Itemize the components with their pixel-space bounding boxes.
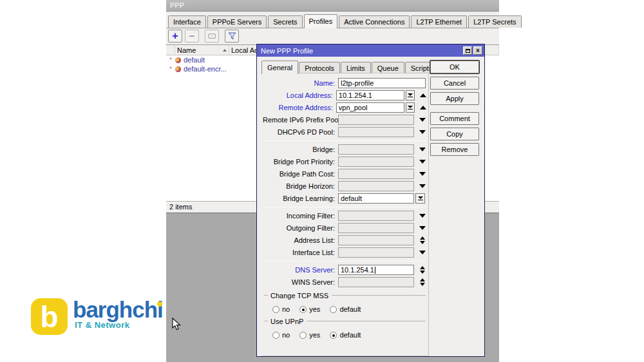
column-flags[interactable] [166,45,175,55]
add-entry-down-icon[interactable] [420,283,425,286]
add-entry-down-icon[interactable] [420,271,425,274]
expand-arrow-icon[interactable] [419,251,426,254]
incoming-filter-input[interactable] [338,211,414,221]
expand-arrow-icon[interactable] [419,172,426,176]
remove-button[interactable]: Remove [430,143,479,156]
interface-list-label: Interface List: [263,249,335,256]
local-address-input[interactable] [336,90,404,100]
outgoing-filter-field: Outgoing Filter: [263,223,428,233]
radio-label: default [339,305,361,313]
ok-button[interactable]: OK [430,61,479,73]
text-caret [375,267,375,274]
dhcpv6-pd-pool-label: DHCPv6 PD Pool: [263,128,335,136]
remove-button[interactable]: − [185,30,199,43]
outgoing-filter-input[interactable] [338,223,414,233]
radio-icon [272,332,279,339]
dhcpv6-pd-pool-input[interactable] [338,127,414,137]
remote-ipv6-prefix-pool-label: Remote IPv6 Prefix Pool: [263,116,335,124]
bridge-learning-input[interactable] [338,193,414,204]
bridge-learning-dropdown-button[interactable] [415,193,425,204]
wins-server-field: WINS Server: [263,277,428,287]
comment-button[interactable]: Comment [430,112,479,125]
general-tab-page: Name: Local Address: Remote Address: Re [261,73,429,356]
expand-arrow-icon[interactable] [419,148,426,151]
collapse-arrow-icon[interactable] [420,106,426,110]
comment-button[interactable] [205,30,219,43]
bridge-label: Bridge: [263,146,335,153]
dialog-titlebar[interactable]: New PPP Profile × [257,44,484,57]
bridge-horizon-input[interactable] [338,181,414,191]
bridge-port-priority-label: Bridge Port Priority: [263,158,335,166]
default-flag: * [166,66,175,73]
bridge-path-cost-input[interactable] [338,169,414,179]
remote-ipv6-prefix-pool-input[interactable] [338,115,414,125]
close-button[interactable]: × [473,46,482,55]
i-dot-accent [157,301,162,307]
add-entry-up-icon[interactable] [420,266,425,269]
plus-icon: + [172,32,178,41]
tab-general[interactable]: General [261,61,298,74]
expand-arrow-icon[interactable] [419,226,426,230]
tab-profiles[interactable]: Profiles [304,14,338,28]
radio-tcp-mss-yes[interactable]: yes [299,305,320,313]
bridge-horizon-field: Bridge Horizon: [263,181,428,191]
local-address-label: Local Address: [263,91,333,99]
tab-secrets[interactable]: Secrets [268,15,302,28]
expand-arrow-icon[interactable] [419,118,426,122]
address-list-input[interactable] [338,235,414,245]
tab-limits[interactable]: Limits [341,62,371,73]
radio-label: no [282,305,290,313]
filter-icon [228,32,236,40]
tab-pppoe-servers[interactable]: PPPoE Servers [207,15,267,28]
add-button[interactable]: + [168,30,182,43]
tab-interface[interactable]: Interface [168,15,206,28]
add-entry-down-icon[interactable] [420,241,425,244]
ppp-window-title: PPP [170,1,184,9]
tab-l2tp-secrets[interactable]: L2TP Secrets [468,15,521,28]
group-line [307,321,426,321]
bridge-path-cost-field: Bridge Path Cost: [263,169,428,179]
cancel-button[interactable]: Cancel [430,77,479,90]
interface-list-input[interactable] [338,247,414,258]
use-upnp-group: Use UPnP no yes [264,317,426,339]
minus-icon: − [189,32,195,40]
name-input[interactable] [338,78,426,88]
expand-arrow-icon[interactable] [419,184,426,188]
ppp-window-titlebar[interactable]: PPP [166,0,499,12]
wins-server-input[interactable] [338,277,414,287]
apply-button[interactable]: Apply [430,92,479,105]
default-flag: * [166,57,175,64]
radio-label: yes [309,305,320,313]
radio-tcp-mss-no[interactable]: no [272,305,290,313]
address-list-field: Address List: [263,235,428,245]
dns-server-label: DNS Server: [263,266,335,274]
radio-upnp-no[interactable]: no [272,331,290,339]
radio-icon [299,332,307,339]
filter-button[interactable] [225,30,239,43]
local-address-dropdown-button[interactable] [406,90,415,100]
column-name[interactable]: Name [175,45,229,55]
tab-l2tp-ethernet[interactable]: L2TP Ethernet [411,15,467,28]
bridge-input[interactable] [338,144,414,155]
radio-upnp-yes[interactable]: yes [299,331,320,339]
add-entry-up-icon[interactable] [420,236,425,240]
expand-arrow-icon[interactable] [419,130,426,134]
radio-icon [330,306,337,313]
collapse-arrow-icon[interactable] [420,93,426,97]
tab-protocols[interactable]: Protocols [299,62,340,73]
tab-active-connections[interactable]: Active Connections [339,15,410,28]
add-entry-up-icon[interactable] [420,278,425,281]
expand-arrow-icon[interactable] [419,214,426,218]
radio-upnp-default[interactable]: default [330,331,361,339]
remote-address-input[interactable] [336,102,404,113]
maximize-button[interactable] [463,46,472,55]
radio-icon [272,306,279,313]
expand-arrow-icon[interactable] [419,160,426,164]
radio-tcp-mss-default[interactable]: default [330,305,361,313]
remote-address-dropdown-button[interactable] [406,102,415,113]
tab-queue[interactable]: Queue [372,62,404,73]
dns-server-input[interactable]: 10.1.254.1 [338,265,414,275]
bridge-port-priority-input[interactable] [338,157,414,167]
copy-button[interactable]: Copy [430,128,479,140]
separator [264,261,426,262]
